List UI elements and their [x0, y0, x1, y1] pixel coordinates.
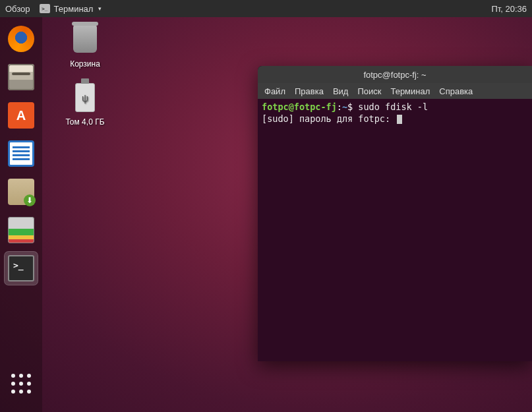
trash-icon [73, 25, 97, 53]
terminal-line: [sudo] пароль для fotpc: [262, 113, 396, 124]
menu-file[interactable]: Файл [264, 86, 285, 96]
usb-drive-icon [75, 83, 95, 112]
launcher-software[interactable] [5, 99, 38, 132]
clock[interactable]: Пт, 20:36 [491, 4, 527, 14]
desktop-icon-trash[interactable]: Корзина [55, 25, 115, 69]
files-icon [8, 64, 34, 90]
launcher-dock [0, 17, 42, 412]
launcher-files[interactable] [5, 61, 38, 94]
terminal-command: sudo fdisk -l [358, 102, 428, 112]
menu-help[interactable]: Справка [439, 86, 473, 96]
prompt-user: fotpc@fotpc-fj [262, 102, 337, 112]
desktop-icon-label: Корзина [55, 59, 115, 69]
show-applications-button[interactable] [5, 367, 38, 400]
disks-icon [8, 217, 34, 243]
menu-edit[interactable]: Правка [295, 86, 324, 96]
terminal-window[interactable]: fotpc@fotpc-fj: ~ Файл Правка Вид Поиск … [258, 66, 532, 361]
activities-button[interactable]: Обзор [5, 4, 30, 14]
launcher-terminal[interactable] [5, 252, 38, 285]
writer-icon [8, 140, 34, 167]
launcher-disks[interactable] [5, 214, 38, 247]
terminal-cursor [397, 115, 402, 124]
installer-icon [8, 179, 34, 205]
window-title: fotpc@fotpc-fj: ~ [363, 70, 426, 80]
prompt-end: $ [347, 102, 353, 112]
window-title-bar[interactable]: fotpc@fotpc-fj: ~ [258, 66, 532, 83]
software-icon [8, 102, 34, 129]
menu-search[interactable]: Поиск [357, 86, 381, 96]
prompt-path: ~ [342, 102, 347, 112]
launcher-writer[interactable] [5, 137, 38, 170]
terminal-icon [8, 255, 34, 281]
chevron-down-icon: ▾ [98, 5, 102, 12]
terminal-body[interactable]: fotpc@fotpc-fj:~$ sudo fdisk -l [sudo] п… [258, 99, 532, 361]
launcher-firefox[interactable] [5, 22, 38, 55]
prompt-sep: : [337, 102, 342, 112]
desktop[interactable]: Корзина Том 4,0 ГБ fotpc@fotpc-fj: ~ Фай… [42, 17, 532, 412]
apps-grid-icon [11, 374, 31, 394]
launcher-installer[interactable] [5, 175, 38, 208]
app-menu[interactable]: Терминал ▾ [40, 4, 102, 14]
terminal-icon [40, 4, 50, 13]
app-menu-label: Терминал [54, 4, 94, 14]
terminal-menubar: Файл Правка Вид Поиск Терминал Справка [258, 83, 532, 99]
top-panel: Обзор Терминал ▾ Пт, 20:36 [0, 0, 532, 17]
menu-terminal[interactable]: Терминал [390, 86, 430, 96]
desktop-icon-label: Том 4,0 ГБ [55, 117, 115, 127]
desktop-icon-volume[interactable]: Том 4,0 ГБ [55, 83, 115, 127]
menu-view[interactable]: Вид [333, 86, 349, 96]
firefox-icon [8, 26, 34, 52]
